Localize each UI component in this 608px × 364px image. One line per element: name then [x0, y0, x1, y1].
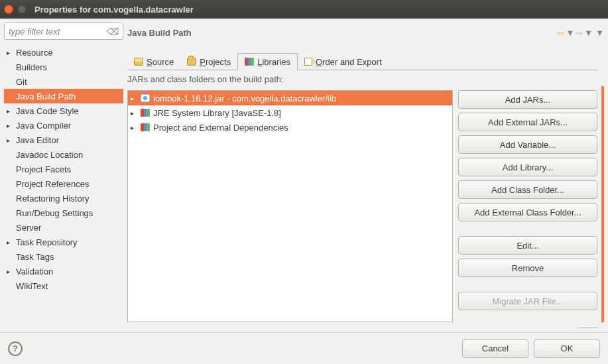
library-item[interactable]: ▸lombok-1.16.12.jar - com.vogella.datacr…	[128, 91, 452, 105]
nav-item-label: Builders	[15, 62, 47, 72]
nav-item-label: Java Build Path	[15, 91, 76, 101]
help-button[interactable]: ?	[8, 341, 23, 356]
clear-filter-icon[interactable]: ⌫	[107, 27, 119, 36]
tab-order[interactable]: Order and Export	[298, 53, 389, 70]
expand-arrow-icon[interactable]: ▸	[7, 137, 15, 144]
resize-grip	[578, 328, 597, 328]
nav-item[interactable]: ▸Java Editor	[4, 133, 123, 147]
nav-forward-menu-icon[interactable]: ▼	[584, 28, 593, 38]
nav-item[interactable]: Git	[4, 74, 123, 89]
nav-tree: ▸ResourceBuildersGitJava Build Path▸Java…	[4, 42, 123, 328]
expand-arrow-icon[interactable]: ▸	[7, 107, 15, 115]
nav-item[interactable]: Builders	[4, 60, 123, 74]
tab-libraries[interactable]: Libraries	[237, 53, 298, 70]
expand-arrow-icon[interactable]: ▸	[7, 268, 15, 275]
library-item-label: Project and External Dependencies	[153, 123, 288, 133]
nav-item-label: Java Code Style	[15, 106, 79, 116]
buttons-column: Add JARs... Add External JARs... Add Var…	[458, 90, 597, 322]
add-library-button[interactable]: Add Library...	[458, 158, 597, 176]
library-item[interactable]: ▸JRE System Library [JavaSE-1.8]	[128, 105, 452, 120]
library-icon	[141, 109, 150, 117]
nav-item[interactable]: Refactoring History	[4, 191, 123, 206]
tabs-row: Source Projects Libraries Order and Expo…	[127, 52, 604, 70]
nav-item-label: Server	[15, 223, 41, 233]
nav-item[interactable]: ▸Validation	[4, 264, 123, 278]
nav-item-label: Project Facets	[15, 164, 71, 174]
nav-item[interactable]: Project References	[4, 176, 123, 191]
add-external-class-folder-button[interactable]: Add External Class Folder...	[458, 203, 597, 221]
expand-arrow-icon[interactable]: ▸	[131, 124, 137, 131]
order-icon	[304, 58, 312, 66]
expand-arrow-icon[interactable]: ▸	[7, 49, 15, 56]
library-item-label: JRE System Library [JavaSE-1.8]	[153, 108, 281, 118]
nav-item[interactable]: ▸Java Code Style	[4, 103, 123, 118]
nav-item[interactable]: Java Build Path	[4, 89, 123, 103]
expand-arrow-icon[interactable]: ▸	[131, 95, 137, 102]
nav-item[interactable]: ▸Task Repository	[4, 235, 123, 249]
projects-icon	[187, 58, 196, 66]
library-item[interactable]: ▸Project and External Dependencies	[128, 120, 452, 135]
filter-placeholder: type filter text	[9, 27, 60, 36]
edit-button[interactable]: Edit...	[458, 236, 597, 255]
nav-item[interactable]: ▸Java Compiler	[4, 118, 123, 133]
nav-item[interactable]: Task Tags	[4, 249, 123, 264]
nav-item-label: Resource	[15, 48, 53, 58]
tab-projects[interactable]: Projects	[180, 53, 237, 70]
nav-item-label: Git	[15, 77, 27, 87]
build-desc: JARs and class folders on the build path…	[127, 74, 604, 84]
nav-arrows: ⇦ ▼ ⇨ ▼ ▼	[557, 28, 604, 38]
nav-item-label: Project References	[15, 179, 90, 189]
nav-item-label: Task Repository	[15, 237, 77, 247]
libraries-tree[interactable]: ▸lombok-1.16.12.jar - com.vogella.datacr…	[127, 90, 453, 322]
jar-icon	[141, 94, 150, 102]
right-pane: Java Build Path ⇦ ▼ ⇨ ▼ ▼ Source Project…	[127, 23, 604, 328]
nav-forward-icon[interactable]: ⇨	[576, 28, 583, 38]
add-class-folder-button[interactable]: Add Class Folder...	[458, 180, 597, 199]
nav-item[interactable]: WikiText	[4, 278, 123, 293]
close-icon[interactable]	[4, 5, 13, 14]
dialog-buttons: Cancel OK	[462, 339, 600, 358]
expand-arrow-icon[interactable]: ▸	[7, 239, 15, 246]
nav-item-label: Java Editor	[15, 135, 59, 145]
add-jars-button[interactable]: Add JARs...	[458, 90, 597, 109]
add-variable-button[interactable]: Add Variable...	[458, 135, 597, 154]
nav-item-label: Task Tags	[15, 252, 54, 262]
nav-item-label: Refactoring History	[15, 194, 90, 204]
left-pane: type filter text ⌫ ▸ResourceBuildersGitJ…	[4, 23, 123, 328]
nav-item[interactable]: Javadoc Location	[4, 147, 123, 162]
add-external-jars-button[interactable]: Add External JARs...	[458, 113, 597, 131]
cancel-button[interactable]: Cancel	[462, 339, 528, 358]
build-body: ▸lombok-1.16.12.jar - com.vogella.datacr…	[127, 86, 604, 322]
nav-item[interactable]: Run/Debug Settings	[4, 206, 123, 220]
expand-arrow-icon[interactable]: ▸	[7, 122, 15, 129]
migrate-jar-button: Migrate JAR File...	[458, 292, 597, 310]
page-header: Java Build Path ⇦ ▼ ⇨ ▼ ▼	[127, 23, 604, 42]
build-area: JARs and class folders on the build path…	[127, 70, 604, 328]
nav-item-label: Javadoc Location	[15, 150, 83, 160]
expand-arrow-icon[interactable]: ▸	[131, 109, 137, 117]
bottom-bar: ? Cancel OK	[0, 332, 608, 364]
minimize-icon[interactable]	[17, 5, 27, 14]
libraries-icon	[245, 58, 254, 66]
nav-extra-menu-icon[interactable]: ▼	[595, 28, 604, 38]
source-icon	[134, 58, 143, 66]
ok-button[interactable]: OK	[534, 339, 600, 358]
nav-item-label: Validation	[15, 267, 53, 276]
window-title: Properties for com.vogella.datacrawler	[34, 5, 194, 15]
filter-input[interactable]: type filter text ⌫	[4, 23, 123, 40]
page-title: Java Build Path	[127, 28, 192, 38]
nav-back-icon[interactable]: ⇦	[557, 28, 564, 38]
dialog-content: type filter text ⌫ ▸ResourceBuildersGitJ…	[0, 19, 608, 332]
nav-item-label: Java Compiler	[15, 121, 71, 131]
nav-item[interactable]: Project Facets	[4, 162, 123, 176]
titlebar: Properties for com.vogella.datacrawler	[0, 0, 608, 19]
nav-item-label: WikiText	[15, 281, 48, 291]
nav-item[interactable]: ▸Resource	[4, 45, 123, 60]
nav-item[interactable]: Server	[4, 220, 123, 235]
nav-item-label: Run/Debug Settings	[15, 208, 93, 218]
tab-source[interactable]: Source	[127, 53, 180, 70]
library-icon	[141, 123, 150, 131]
nav-back-menu-icon[interactable]: ▼	[566, 28, 574, 38]
library-item-label: lombok-1.16.12.jar - com.vogella.datacra…	[153, 93, 336, 103]
remove-button[interactable]: Remove	[458, 259, 597, 277]
